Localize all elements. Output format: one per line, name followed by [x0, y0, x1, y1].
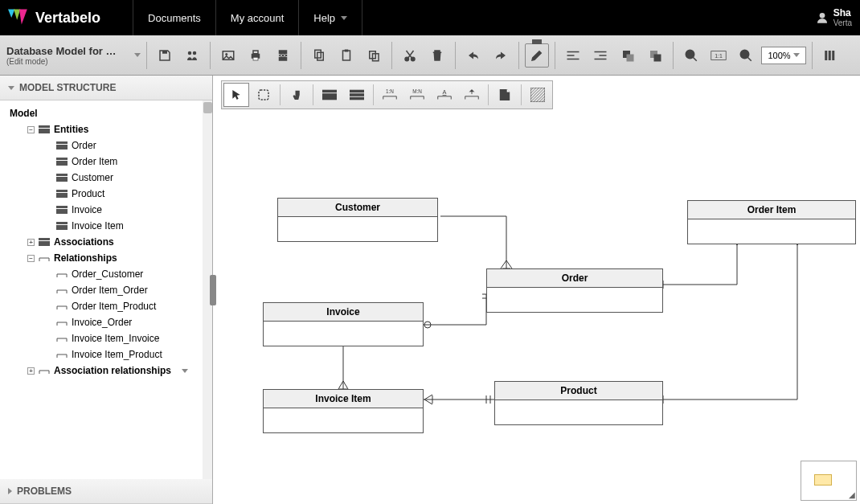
tree-associations[interactable]: + Associations: [26, 234, 209, 250]
tree-relationship-item[interactable]: Order Item_Order: [43, 282, 209, 298]
minimap[interactable]: ◢: [801, 461, 857, 501]
svg-rect-46: [56, 224, 68, 225]
svg-rect-10: [253, 51, 258, 54]
undo-button[interactable]: [461, 43, 485, 68]
entity-order-item[interactable]: Order Item: [687, 200, 856, 244]
main-toolbar: Database Model for … (Edit mode) DOC 1:1…: [0, 35, 860, 76]
tree-relationship-item[interactable]: Order Item_Product: [43, 298, 209, 314]
share-button[interactable]: [180, 43, 204, 68]
entity-product[interactable]: Product: [494, 381, 663, 425]
tree-entities[interactable]: − Entities: [26, 121, 209, 137]
align-right-button[interactable]: [588, 43, 612, 68]
user-name: Sha: [833, 8, 852, 18]
panel-model-structure[interactable]: MODEL STRUCTURE: [0, 76, 212, 100]
brand-text: Vertabelo: [35, 10, 100, 27]
svg-rect-48: [39, 240, 50, 241]
svg-rect-30: [825, 51, 827, 60]
tree-entity-item[interactable]: Invoice Item: [43, 218, 209, 234]
svg-rect-37: [56, 158, 68, 166]
svg-rect-45: [56, 222, 68, 230]
tree-relationship-item[interactable]: Order_Customer: [43, 266, 209, 282]
model-dropdown-icon[interactable]: [134, 53, 141, 57]
svg-marker-2: [19, 10, 27, 25]
nav-my-account[interactable]: My account: [215, 0, 298, 35]
relationship-icon: [56, 350, 68, 359]
tree-root[interactable]: Model: [8, 105, 209, 121]
model-name-block[interactable]: Database Model for … (Edit mode): [6, 45, 131, 66]
user-menu[interactable]: Sha Verta: [816, 8, 852, 27]
send-back-button[interactable]: [616, 43, 640, 68]
tree-entity-item[interactable]: Invoice: [43, 202, 209, 218]
svg-rect-11: [253, 57, 258, 60]
svg-rect-31: [829, 51, 831, 60]
tree-relationship-item[interactable]: Invoice_Order: [43, 314, 209, 330]
image-button[interactable]: [216, 43, 240, 68]
tree-entity-item[interactable]: Customer: [43, 170, 209, 186]
tree-relationship-item[interactable]: Invoice Item_Invoice: [43, 330, 209, 346]
panel-toggle-button[interactable]: [818, 43, 842, 68]
svg-point-8: [225, 53, 227, 55]
canvas-area[interactable]: 1:N M:N A: [213, 76, 860, 504]
entity-customer[interactable]: Customer: [277, 198, 438, 242]
svg-rect-17: [345, 49, 349, 51]
tree-relationship-item[interactable]: Invoice Item_Product: [43, 346, 209, 363]
redo-button[interactable]: [489, 43, 513, 68]
top-nav: Vertabelo Documents My account Help Sha …: [0, 0, 860, 35]
edit-button[interactable]: [525, 43, 549, 68]
tree-entity-item[interactable]: Product: [43, 186, 209, 202]
relationship-icon: [56, 318, 68, 327]
table-icon: [56, 205, 68, 215]
logo[interactable]: Vertabelo: [8, 6, 100, 29]
svg-text:1:1: 1:1: [715, 53, 723, 59]
expand-icon[interactable]: +: [27, 239, 35, 246]
tree-entity-item[interactable]: Order: [43, 137, 209, 154]
svg-rect-39: [56, 174, 68, 182]
chevron-down-icon: [793, 53, 800, 57]
svg-rect-38: [56, 160, 68, 161]
relationship-icon: [39, 253, 50, 263]
logo-icon: [8, 6, 31, 29]
tree-assoc-relationships[interactable]: + Association relationships: [26, 363, 209, 379]
svg-marker-1: [14, 10, 20, 20]
svg-rect-23: [627, 54, 634, 61]
expand-icon[interactable]: +: [27, 367, 35, 375]
bring-front-button[interactable]: [643, 43, 667, 68]
collapse-icon[interactable]: −: [27, 126, 35, 133]
svg-point-5: [188, 51, 192, 55]
save-button[interactable]: [153, 43, 177, 68]
svg-rect-4: [162, 51, 167, 54]
entity-invoice-item[interactable]: Invoice Item: [263, 389, 424, 433]
panel-problems[interactable]: PROBLEMS: [0, 479, 212, 504]
relationship-icon: [56, 301, 68, 311]
svg-rect-36: [56, 144, 68, 145]
tree-relationships[interactable]: − Relationships: [26, 250, 209, 266]
svg-rect-43: [56, 206, 68, 214]
nav-documents[interactable]: Documents: [133, 0, 215, 35]
copy-button[interactable]: [307, 43, 331, 68]
entity-order[interactable]: Order: [486, 268, 663, 313]
svg-rect-33: [39, 125, 50, 133]
doc-button[interactable]: DOC: [271, 43, 295, 68]
svg-rect-16: [343, 51, 350, 60]
entity-invoice[interactable]: Invoice: [263, 302, 424, 346]
table-icon: [56, 141, 68, 150]
tree-entity-item[interactable]: Order Item: [43, 154, 209, 170]
sidebar: MODEL STRUCTURE Model − Entities OrderOr…: [0, 76, 213, 504]
zoom-in-button[interactable]: [734, 43, 758, 68]
delete-button[interactable]: [425, 43, 449, 68]
duplicate-button[interactable]: [362, 43, 386, 68]
align-left-button[interactable]: [561, 43, 585, 68]
paste-button[interactable]: [334, 43, 358, 68]
svg-rect-44: [56, 208, 68, 209]
collapse-icon[interactable]: −: [27, 255, 35, 262]
nav-help[interactable]: Help: [298, 0, 362, 35]
zoom-level[interactable]: 100%: [761, 47, 806, 64]
zoom-reset-button[interactable]: 1:1: [706, 43, 731, 68]
table-icon: [56, 173, 68, 182]
cut-button[interactable]: [398, 43, 422, 68]
relationship-icon: [56, 334, 68, 343]
svg-point-3: [819, 13, 825, 18]
print-button[interactable]: [244, 43, 268, 68]
zoom-out-button[interactable]: [679, 43, 703, 68]
svg-point-6: [193, 51, 197, 55]
